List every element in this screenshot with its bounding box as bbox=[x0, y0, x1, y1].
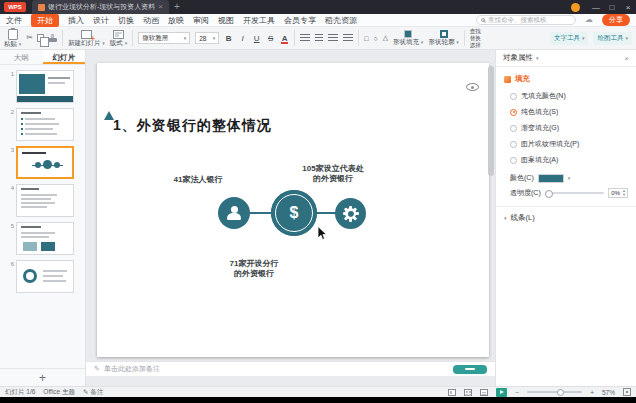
slide-sorter-view-icon[interactable] bbox=[464, 389, 472, 396]
zoom-percent[interactable]: 57% bbox=[602, 389, 615, 396]
connector-line-right[interactable] bbox=[315, 212, 337, 214]
italic-button[interactable]: I bbox=[238, 34, 247, 43]
find-button[interactable]: 查找 bbox=[470, 28, 481, 34]
connector-line-left[interactable] bbox=[250, 212, 272, 214]
close-button[interactable]: × bbox=[620, 0, 636, 14]
vertical-scrollbar[interactable] bbox=[488, 64, 494, 350]
radio-icon[interactable] bbox=[510, 93, 517, 100]
fill-option-gradient[interactable]: 渐变填充(G) bbox=[496, 120, 636, 136]
minimize-button[interactable]: — bbox=[588, 0, 604, 14]
menu-home[interactable]: 开始 bbox=[31, 14, 59, 27]
radio-selected-icon[interactable] bbox=[510, 109, 517, 116]
chevron-down-icon[interactable]: ▾ bbox=[568, 175, 571, 181]
font-size-select[interactable]: 28 ▾ bbox=[195, 32, 219, 44]
radio-icon[interactable] bbox=[510, 125, 517, 132]
menu-transitions[interactable]: 切换 bbox=[118, 15, 134, 26]
user-avatar[interactable] bbox=[571, 3, 580, 12]
new-tab-button[interactable]: + bbox=[174, 2, 180, 12]
menu-design[interactable]: 设计 bbox=[93, 15, 109, 26]
align-left-icon[interactable] bbox=[300, 34, 310, 42]
line-spacing-icon[interactable] bbox=[343, 34, 353, 42]
tab-slides[interactable]: 幻灯片 bbox=[43, 50, 86, 64]
font-color-button[interactable]: A bbox=[280, 34, 289, 43]
fit-to-window-icon[interactable] bbox=[623, 388, 631, 396]
notes-toggle-button[interactable] bbox=[453, 365, 487, 374]
slide-thumbnail-5[interactable] bbox=[16, 222, 74, 255]
slideshow-play-button[interactable] bbox=[496, 388, 507, 397]
slide-thumbnail-4[interactable] bbox=[16, 184, 74, 217]
color-dropdown[interactable] bbox=[538, 174, 564, 183]
paste-button[interactable]: 粘贴 ▾ bbox=[4, 29, 21, 48]
label-rep-offices[interactable]: 105家设立代表处 的外资银行 bbox=[285, 164, 381, 185]
menu-devtools[interactable]: 开发工具 bbox=[243, 15, 275, 26]
insert-triangle-icon[interactable]: △ bbox=[383, 34, 388, 42]
dollar-circle-shape[interactable]: $ bbox=[271, 190, 317, 236]
share-button[interactable]: 分享 bbox=[602, 14, 630, 26]
fill-option-picture[interactable]: 图片或纹理填充(P) bbox=[496, 136, 636, 152]
fill-section-header[interactable]: 填充 bbox=[496, 67, 636, 88]
menu-docer[interactable]: 稻壳资源 bbox=[325, 15, 357, 26]
fill-option-solid[interactable]: 纯色填充(S) bbox=[496, 104, 636, 120]
notes-bar[interactable]: ✎ 单击此处添加备注 bbox=[86, 361, 495, 376]
stepper-arrows-icon[interactable]: ▲▼ bbox=[622, 189, 627, 197]
copy-icon[interactable] bbox=[37, 34, 44, 42]
label-corporate-banks[interactable]: 41家法人银行 bbox=[153, 175, 243, 185]
add-slide-button[interactable]: + bbox=[0, 368, 85, 386]
slide-thumbnail-2[interactable] bbox=[16, 108, 74, 141]
notes-toggle[interactable]: ✎ 备注 bbox=[83, 388, 103, 397]
shape-fill-button[interactable]: 形状填充 ▾ bbox=[393, 30, 423, 46]
menu-insert[interactable]: 插入 bbox=[68, 15, 84, 26]
menu-member[interactable]: 会员专享 bbox=[284, 15, 316, 26]
slide-canvas[interactable]: 1、外资银行的整体情况 41家法人银行 105家设立代表处 的外资银行 71家开… bbox=[97, 63, 489, 357]
slide-thumbnail-3-selected[interactable] bbox=[16, 146, 74, 179]
chevron-down-icon[interactable]: ▾ bbox=[536, 55, 539, 61]
person-circle-shape[interactable] bbox=[218, 197, 250, 229]
strikethrough-button[interactable]: S bbox=[266, 34, 275, 43]
select-button[interactable]: 选择 bbox=[470, 42, 481, 48]
transparency-stepper[interactable]: 0% ▲▼ bbox=[608, 188, 628, 198]
radio-icon[interactable] bbox=[510, 141, 517, 148]
menu-file[interactable]: 文件 bbox=[6, 15, 22, 26]
layout-button[interactable]: 版式 ▾ bbox=[110, 30, 127, 47]
text-tool-tab[interactable]: 文字工具▾ bbox=[550, 32, 589, 45]
slide-thumbnail-6[interactable] bbox=[16, 260, 74, 293]
tab-close-icon[interactable]: × bbox=[158, 3, 163, 11]
panel-close-icon[interactable]: × bbox=[624, 54, 629, 63]
line-section-header[interactable]: ▾ 线条(L) bbox=[496, 207, 636, 229]
bold-button[interactable]: B bbox=[224, 34, 233, 43]
insert-rectangle-icon[interactable]: □ bbox=[364, 35, 368, 42]
zoom-in-icon[interactable]: + bbox=[590, 389, 594, 396]
menu-review[interactable]: 审阅 bbox=[193, 15, 209, 26]
maximize-button[interactable]: □ bbox=[604, 0, 620, 14]
label-branches[interactable]: 71家开设分行 的外资银行 bbox=[209, 259, 299, 280]
radio-icon[interactable] bbox=[510, 157, 517, 164]
wps-logo[interactable]: WPS bbox=[4, 2, 26, 12]
shape-outline-button[interactable]: 形状轮廓 ▾ bbox=[428, 30, 458, 46]
reading-view-icon[interactable] bbox=[480, 389, 488, 396]
slide-title-textbox[interactable]: 1、外资银行的整体情况 bbox=[113, 117, 272, 135]
command-search-box[interactable]: 查找命令、搜索模板 bbox=[476, 15, 576, 25]
transparency-slider[interactable] bbox=[545, 192, 605, 194]
fill-option-none[interactable]: 无填充颜色(N) bbox=[496, 88, 636, 104]
align-right-icon[interactable] bbox=[328, 34, 338, 42]
cut-icon[interactable]: ✂ bbox=[26, 34, 33, 42]
menu-slideshow[interactable]: 放映 bbox=[168, 15, 184, 26]
draw-tool-tab[interactable]: 绘图工具▾ bbox=[593, 32, 632, 45]
zoom-out-icon[interactable]: − bbox=[515, 389, 519, 396]
fill-option-pattern[interactable]: 图案填充(A) bbox=[496, 152, 636, 168]
menu-view[interactable]: 视图 bbox=[218, 15, 234, 26]
slide-thumbnail-1[interactable] bbox=[16, 70, 74, 103]
format-painter-icon[interactable] bbox=[48, 38, 57, 42]
zoom-slider[interactable] bbox=[527, 391, 582, 393]
insert-ellipse-icon[interactable]: ○ bbox=[373, 35, 377, 42]
document-tab[interactable]: 银行业现状分析-现状与投资人资料 × bbox=[32, 0, 169, 14]
align-center-icon[interactable] bbox=[315, 34, 323, 42]
underline-button[interactable]: U bbox=[252, 34, 261, 43]
tab-outline[interactable]: 大纲 bbox=[0, 50, 43, 64]
gear-circle-shape[interactable] bbox=[335, 198, 366, 229]
new-slide-button[interactable]: 新建幻灯片 ▾ bbox=[68, 30, 105, 47]
normal-view-icon[interactable] bbox=[448, 389, 456, 396]
font-name-select[interactable]: 微软雅黑 ▾ bbox=[138, 32, 190, 44]
cloud-sync-icon[interactable]: ☁ bbox=[585, 16, 593, 24]
scrollbar-thumb[interactable] bbox=[488, 66, 494, 176]
